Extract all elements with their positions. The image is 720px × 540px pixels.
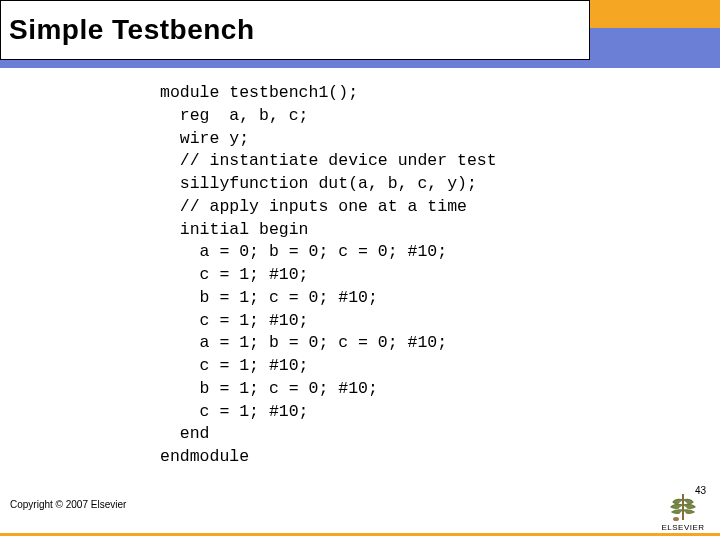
header-region: Simple Testbench [0,0,720,68]
code-block: module testbench1(); reg a, b, c; wire y… [160,82,497,469]
title-box: Simple Testbench [0,0,590,60]
header-orange-accent [590,0,720,28]
elsevier-logo: ELSEVIER [656,492,710,532]
slide-title: Simple Testbench [9,14,255,46]
logo-text: ELSEVIER [656,523,710,532]
footer-orange-line [0,533,720,536]
copyright-text: Copyright © 2007 Elsevier [10,499,126,510]
tree-icon [666,492,700,522]
svg-point-0 [673,517,679,521]
